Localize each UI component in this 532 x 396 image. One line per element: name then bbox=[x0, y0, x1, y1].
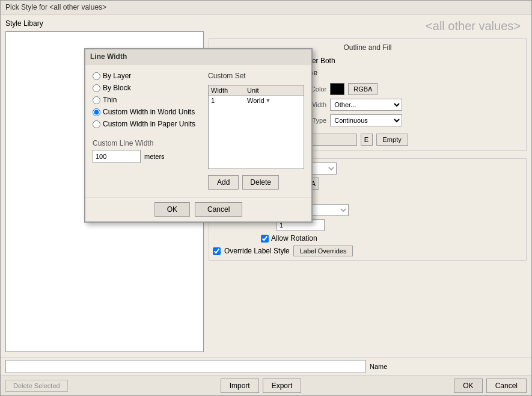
import-button[interactable]: Import bbox=[221, 379, 259, 393]
col-width-header: Width bbox=[211, 87, 247, 94]
ok-button[interactable]: OK bbox=[454, 379, 482, 393]
custom-paper-label: Custom Width in Paper Units bbox=[103, 120, 195, 128]
table-row[interactable]: 1 World ▼ bbox=[209, 96, 304, 105]
color-swatch[interactable] bbox=[330, 83, 344, 95]
custom-line-width-label: Custom Line Width bbox=[93, 139, 201, 147]
custom-line-width-input[interactable] bbox=[93, 150, 141, 163]
dropdown-arrow-icon: ▼ bbox=[266, 97, 271, 104]
empty-button[interactable]: Empty bbox=[376, 134, 408, 146]
fill-color-box bbox=[309, 134, 357, 146]
delete-selected-button[interactable]: Delete Selected bbox=[5, 380, 68, 392]
by-block-label: By Block bbox=[103, 84, 131, 92]
custom-set-label: Custom Set bbox=[208, 72, 304, 80]
name-input[interactable] bbox=[5, 360, 366, 373]
override-label-checkbox[interactable] bbox=[213, 247, 221, 255]
by-layer-label: By Layer bbox=[103, 72, 131, 80]
by-block-radio[interactable] bbox=[93, 84, 100, 92]
custom-world-radio[interactable] bbox=[93, 108, 100, 116]
line-width-dialog: Line Width By Layer By Block Thin bbox=[84, 48, 313, 223]
line-type-select[interactable]: Continuous bbox=[330, 114, 402, 126]
dialog-title: Line Width bbox=[85, 49, 311, 64]
name-label: Name bbox=[370, 363, 387, 370]
meters-label: meters bbox=[144, 153, 165, 160]
col-unit-header: Unit bbox=[247, 87, 301, 94]
thin-radio[interactable] bbox=[93, 96, 100, 104]
window-title: Pick Style for <all other values> bbox=[5, 3, 106, 11]
dialog-cancel-button[interactable]: Cancel bbox=[195, 202, 242, 217]
cancel-button[interactable]: Cancel bbox=[486, 379, 527, 393]
rgba-button[interactable]: RGBA bbox=[348, 83, 378, 95]
row-unit-value: World bbox=[247, 97, 264, 104]
allow-rotation-label: Allow Rotation bbox=[271, 234, 317, 243]
thin-label: Thin bbox=[103, 96, 117, 104]
label-overrides-button[interactable]: Label Overrides bbox=[293, 246, 353, 256]
allow-rotation-checkbox[interactable] bbox=[261, 235, 269, 243]
dialog-ok-button[interactable]: OK bbox=[154, 202, 190, 217]
unit-dropdown[interactable]: World ▼ bbox=[247, 97, 271, 104]
page-title: <all other values> bbox=[209, 19, 527, 33]
add-button[interactable]: Add bbox=[208, 175, 239, 190]
by-layer-radio[interactable] bbox=[93, 72, 100, 80]
custom-world-label: Custom Width in World Units bbox=[103, 108, 195, 116]
export-button[interactable]: Export bbox=[263, 379, 302, 393]
style-library-label: Style Libary bbox=[5, 19, 204, 28]
override-label-text: Override Label Style bbox=[224, 247, 290, 255]
line-width-select[interactable]: Other... bbox=[330, 99, 402, 111]
e-button[interactable]: E bbox=[361, 134, 373, 146]
delete-button[interactable]: Delete bbox=[242, 175, 279, 190]
custom-paper-radio[interactable] bbox=[93, 120, 100, 128]
row-width-value: 1 bbox=[211, 97, 247, 104]
custom-set-table: Width Unit 1 World ▼ bbox=[208, 85, 304, 169]
